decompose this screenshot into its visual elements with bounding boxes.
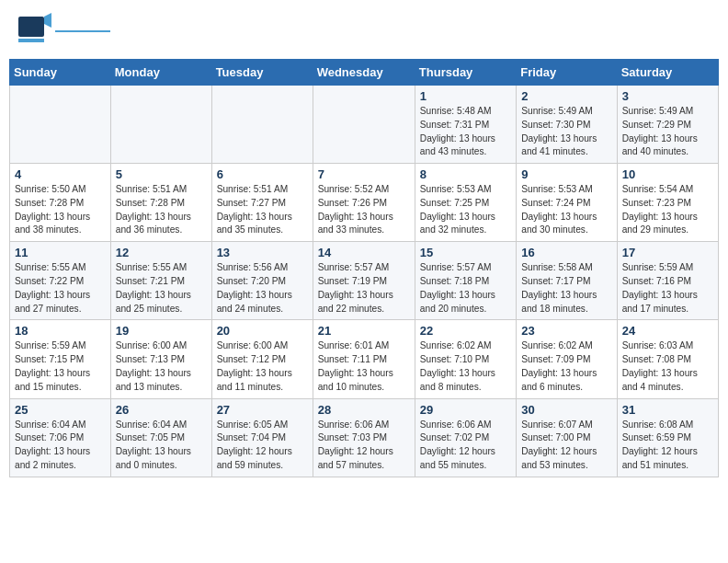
day-number: 20 xyxy=(217,324,308,338)
calendar-cell: 10Sunrise: 5:54 AM Sunset: 7:23 PM Dayli… xyxy=(617,164,718,242)
day-info: Sunrise: 5:58 AM Sunset: 7:17 PM Dayligh… xyxy=(521,261,611,316)
day-number: 28 xyxy=(318,403,410,417)
day-number: 27 xyxy=(217,403,308,417)
day-number: 23 xyxy=(521,324,611,338)
day-number: 8 xyxy=(420,167,511,181)
day-info: Sunrise: 5:49 AM Sunset: 7:30 PM Dayligh… xyxy=(521,105,611,159)
day-info: Sunrise: 5:51 AM Sunset: 7:27 PM Dayligh… xyxy=(217,183,308,237)
calendar-cell: 5Sunrise: 5:51 AM Sunset: 7:28 PM Daylig… xyxy=(110,164,211,242)
svg-marker-1 xyxy=(44,13,51,28)
day-number: 18 xyxy=(15,324,106,338)
day-number: 17 xyxy=(622,246,713,259)
calendar-cell: 17Sunrise: 5:59 AM Sunset: 7:16 PM Dayli… xyxy=(617,242,718,320)
calendar-cell: 11Sunrise: 5:55 AM Sunset: 7:22 PM Dayli… xyxy=(10,242,111,320)
calendar-cell: 30Sunrise: 6:07 AM Sunset: 7:00 PM Dayli… xyxy=(517,398,617,477)
calendar-cell xyxy=(110,86,211,164)
day-number: 4 xyxy=(15,167,106,181)
calendar-cell: 22Sunrise: 6:02 AM Sunset: 7:10 PM Dayli… xyxy=(415,320,516,398)
calendar-cell: 7Sunrise: 5:52 AM Sunset: 7:26 PM Daylig… xyxy=(313,164,415,242)
calendar-cell: 29Sunrise: 6:06 AM Sunset: 7:02 PM Dayli… xyxy=(415,398,516,477)
weekday-header-saturday: Saturday xyxy=(617,60,718,86)
day-number: 9 xyxy=(521,167,611,181)
day-number: 14 xyxy=(318,246,410,259)
day-info: Sunrise: 6:02 AM Sunset: 7:10 PM Dayligh… xyxy=(420,339,511,394)
calendar-cell: 18Sunrise: 5:59 AM Sunset: 7:15 PM Dayli… xyxy=(10,320,111,398)
day-info: Sunrise: 5:52 AM Sunset: 7:26 PM Dayligh… xyxy=(318,183,410,237)
day-info: Sunrise: 5:53 AM Sunset: 7:25 PM Dayligh… xyxy=(420,183,511,237)
day-info: Sunrise: 5:59 AM Sunset: 7:16 PM Dayligh… xyxy=(622,261,713,316)
calendar-cell xyxy=(313,86,415,164)
calendar-header-row: SundayMondayTuesdayWednesdayThursdayFrid… xyxy=(10,60,719,86)
weekday-header-tuesday: Tuesday xyxy=(211,60,313,86)
day-info: Sunrise: 6:06 AM Sunset: 7:03 PM Dayligh… xyxy=(318,419,410,473)
day-info: Sunrise: 6:00 AM Sunset: 7:13 PM Dayligh… xyxy=(116,339,207,394)
day-info: Sunrise: 6:05 AM Sunset: 7:04 PM Dayligh… xyxy=(217,419,308,473)
day-info: Sunrise: 5:59 AM Sunset: 7:15 PM Dayligh… xyxy=(15,339,106,394)
day-number: 24 xyxy=(622,324,713,338)
day-number: 5 xyxy=(116,167,207,181)
weekday-header-sunday: Sunday xyxy=(10,60,111,86)
day-info: Sunrise: 6:08 AM Sunset: 6:59 PM Dayligh… xyxy=(622,419,713,473)
day-number: 1 xyxy=(420,89,511,103)
page-header xyxy=(9,9,719,52)
day-info: Sunrise: 5:50 AM Sunset: 7:28 PM Dayligh… xyxy=(15,183,106,237)
weekday-header-wednesday: Wednesday xyxy=(313,60,415,86)
day-number: 21 xyxy=(318,324,410,338)
day-number: 11 xyxy=(15,246,106,259)
day-number: 30 xyxy=(521,403,611,417)
calendar-cell: 2Sunrise: 5:49 AM Sunset: 7:30 PM Daylig… xyxy=(517,86,617,164)
calendar-cell: 8Sunrise: 5:53 AM Sunset: 7:25 PM Daylig… xyxy=(415,164,516,242)
day-info: Sunrise: 5:49 AM Sunset: 7:29 PM Dayligh… xyxy=(622,105,713,159)
day-number: 29 xyxy=(420,403,511,417)
svg-rect-2 xyxy=(18,39,44,42)
day-number: 31 xyxy=(622,403,713,417)
calendar-cell: 13Sunrise: 5:56 AM Sunset: 7:20 PM Dayli… xyxy=(211,242,313,320)
day-number: 6 xyxy=(217,167,308,181)
calendar-cell: 15Sunrise: 5:57 AM Sunset: 7:18 PM Dayli… xyxy=(415,242,516,320)
day-number: 12 xyxy=(116,246,207,259)
weekday-header-thursday: Thursday xyxy=(415,60,516,86)
calendar-cell: 27Sunrise: 6:05 AM Sunset: 7:04 PM Dayli… xyxy=(211,398,313,477)
calendar-table: SundayMondayTuesdayWednesdayThursdayFrid… xyxy=(9,59,719,477)
day-info: Sunrise: 5:57 AM Sunset: 7:19 PM Dayligh… xyxy=(318,261,410,316)
day-info: Sunrise: 5:54 AM Sunset: 7:23 PM Dayligh… xyxy=(622,183,713,237)
calendar-cell xyxy=(211,86,313,164)
day-info: Sunrise: 6:03 AM Sunset: 7:08 PM Dayligh… xyxy=(622,339,713,394)
calendar-cell: 3Sunrise: 5:49 AM Sunset: 7:29 PM Daylig… xyxy=(617,86,718,164)
day-number: 13 xyxy=(217,246,308,259)
day-number: 22 xyxy=(420,324,511,338)
day-number: 10 xyxy=(622,167,713,181)
day-number: 16 xyxy=(521,246,611,259)
calendar-cell: 6Sunrise: 5:51 AM Sunset: 7:27 PM Daylig… xyxy=(211,164,313,242)
calendar-cell: 12Sunrise: 5:55 AM Sunset: 7:21 PM Dayli… xyxy=(110,242,211,320)
day-number: 19 xyxy=(116,324,207,338)
calendar-cell: 19Sunrise: 6:00 AM Sunset: 7:13 PM Dayli… xyxy=(110,320,211,398)
day-info: Sunrise: 5:55 AM Sunset: 7:22 PM Dayligh… xyxy=(15,261,106,316)
calendar-cell: 31Sunrise: 6:08 AM Sunset: 6:59 PM Dayli… xyxy=(617,398,718,477)
logo xyxy=(17,13,110,48)
calendar-cell: 1Sunrise: 5:48 AM Sunset: 7:31 PM Daylig… xyxy=(415,86,516,164)
day-number: 3 xyxy=(622,89,713,103)
day-number: 2 xyxy=(521,89,611,103)
weekday-header-monday: Monday xyxy=(110,60,211,86)
calendar-cell: 21Sunrise: 6:01 AM Sunset: 7:11 PM Dayli… xyxy=(313,320,415,398)
calendar-cell: 23Sunrise: 6:02 AM Sunset: 7:09 PM Dayli… xyxy=(517,320,617,398)
day-number: 26 xyxy=(116,403,207,417)
day-info: Sunrise: 5:53 AM Sunset: 7:24 PM Dayligh… xyxy=(521,183,611,237)
day-info: Sunrise: 5:56 AM Sunset: 7:20 PM Dayligh… xyxy=(217,261,308,316)
calendar-cell: 14Sunrise: 5:57 AM Sunset: 7:19 PM Dayli… xyxy=(313,242,415,320)
day-info: Sunrise: 6:07 AM Sunset: 7:00 PM Dayligh… xyxy=(521,419,611,473)
day-info: Sunrise: 5:51 AM Sunset: 7:28 PM Dayligh… xyxy=(116,183,207,237)
calendar-cell: 25Sunrise: 6:04 AM Sunset: 7:06 PM Dayli… xyxy=(10,398,111,477)
day-info: Sunrise: 6:02 AM Sunset: 7:09 PM Dayligh… xyxy=(521,339,611,394)
day-info: Sunrise: 6:04 AM Sunset: 7:06 PM Dayligh… xyxy=(15,419,106,473)
day-info: Sunrise: 5:48 AM Sunset: 7:31 PM Dayligh… xyxy=(420,105,511,159)
day-number: 25 xyxy=(15,403,106,417)
svg-rect-0 xyxy=(18,17,44,37)
day-info: Sunrise: 6:00 AM Sunset: 7:12 PM Dayligh… xyxy=(217,339,308,394)
day-number: 15 xyxy=(420,246,511,259)
day-info: Sunrise: 5:55 AM Sunset: 7:21 PM Dayligh… xyxy=(116,261,207,316)
calendar-week-3: 11Sunrise: 5:55 AM Sunset: 7:22 PM Dayli… xyxy=(10,242,719,320)
calendar-cell: 26Sunrise: 6:04 AM Sunset: 7:05 PM Dayli… xyxy=(110,398,211,477)
calendar-week-5: 25Sunrise: 6:04 AM Sunset: 7:06 PM Dayli… xyxy=(10,398,719,477)
